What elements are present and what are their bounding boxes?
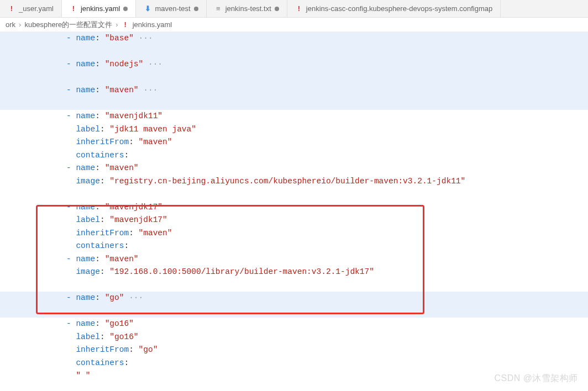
editor-tab[interactable]: ⬇maven-test	[136, 0, 206, 17]
code-line[interactable]	[0, 188, 588, 201]
code-line[interactable]: - name: "base" ···	[0, 32, 588, 45]
code-content: inheritFrom: "maven"	[66, 136, 172, 149]
code-line[interactable]: image: "registry.cn-beijing.aliyuncs.com…	[0, 175, 588, 188]
editor-tab[interactable]: ≡jenkins-test.txt	[207, 0, 287, 17]
code-content: - name: "maven" ···	[66, 84, 158, 97]
tab-label: jenkins-test.txt	[225, 4, 271, 13]
modified-indicator-icon	[275, 7, 279, 11]
breadcrumb-separator: ›	[19, 20, 21, 29]
code-line[interactable]: containers:	[0, 149, 588, 162]
code-content: inheritFrom: "maven"	[66, 227, 172, 240]
breadcrumb: ork › kubesphere的一些配置文件 › ! jenkins.yaml	[0, 18, 588, 32]
code-content: " "	[66, 369, 91, 383]
code-line[interactable]	[0, 71, 588, 84]
file-type-icon: ≡	[214, 5, 222, 13]
code-line[interactable]: inheritFrom: "maven"	[0, 136, 588, 149]
code-content: containers:	[66, 149, 129, 162]
code-content: - name: "go16"	[66, 318, 134, 331]
code-line[interactable]: - name: "maven"	[0, 253, 588, 266]
code-line[interactable]: containers:	[0, 240, 588, 253]
code-line[interactable]: - name: "go16"	[0, 318, 588, 331]
code-content: label: "mavenjdk17"	[66, 214, 167, 227]
breadcrumb-part: ork	[6, 20, 15, 29]
code-line[interactable]: label: "mavenjdk17"	[0, 214, 588, 227]
tab-label: _user.yaml	[19, 4, 54, 13]
code-line[interactable]: - name: "go" ···	[0, 292, 588, 305]
code-content: containers:	[66, 240, 129, 253]
yaml-file-icon: !	[122, 21, 129, 29]
code-line[interactable]: image: "192.168.0.100:5000/library/build…	[0, 266, 588, 279]
code-line[interactable]	[0, 279, 588, 292]
code-line[interactable]: - name: "maven"	[0, 162, 588, 175]
file-type-icon: !	[295, 5, 303, 13]
code-line[interactable]: label: "go16"	[0, 331, 588, 344]
file-type-icon: !	[70, 5, 77, 13]
code-content: - name: "mavenjdk17"	[66, 201, 162, 214]
breadcrumb-part: kubesphere的一些配置文件	[24, 20, 112, 30]
code-content: label: "jdk11 maven java"	[66, 123, 196, 136]
editor-tab[interactable]: !_user.yaml	[0, 0, 62, 17]
file-type-icon: !	[8, 5, 15, 13]
code-line[interactable]: label: "jdk11 maven java"	[0, 123, 588, 136]
modified-indicator-icon	[123, 7, 128, 11]
code-content: containers:	[66, 357, 129, 370]
code-content: image: "registry.cn-beijing.aliyuncs.com…	[66, 175, 465, 188]
code-content: - name: "mavenjdk11"	[66, 110, 162, 123]
code-line[interactable]: inheritFrom: "maven"	[0, 227, 588, 240]
code-line[interactable]: - name: "nodejs" ···	[0, 58, 588, 71]
breadcrumb-file: jenkins.yaml	[133, 20, 172, 29]
tab-label: jenkins.yaml	[81, 4, 120, 13]
editor-tabs: !_user.yaml!jenkins.yaml⬇maven-test≡jenk…	[0, 0, 588, 18]
code-line[interactable]: - name: "mavenjdk17"	[0, 201, 588, 214]
code-line[interactable]: inheritFrom: "go"	[0, 344, 588, 357]
code-line[interactable]	[0, 45, 588, 59]
file-type-icon: ⬇	[144, 5, 151, 13]
breadcrumb-separator: ›	[116, 20, 118, 29]
code-line[interactable]: containers:	[0, 357, 588, 370]
code-content: inheritFrom: "go"	[66, 344, 158, 357]
watermark: CSDN @沐雪架构师	[494, 373, 578, 384]
code-line[interactable]	[0, 97, 588, 110]
tab-label: maven-test	[155, 4, 190, 13]
modified-indicator-icon	[194, 7, 198, 11]
code-content: image: "192.168.0.100:5000/library/build…	[66, 266, 374, 279]
editor-tab[interactable]: !jenkins.yaml	[62, 0, 136, 17]
tab-label: jenkins-casc-config.kubesphere-devops-sy…	[306, 4, 492, 13]
code-line[interactable]: - name: "mavenjdk11"	[0, 110, 588, 123]
code-editor[interactable]: - name: "base" ···- name: "nodejs" ···- …	[0, 32, 588, 383]
code-content: label: "go16"	[66, 331, 139, 344]
code-line[interactable]	[0, 305, 588, 318]
code-content: - name: "nodejs" ···	[66, 58, 162, 71]
editor-tab[interactable]: !jenkins-casc-config.kubesphere-devops-s…	[287, 0, 501, 17]
code-content: - name: "maven"	[66, 253, 139, 266]
code-content: - name: "base" ···	[66, 32, 153, 45]
code-content: - name: "go" ···	[66, 292, 143, 305]
code-content: - name: "maven"	[66, 162, 139, 175]
code-line[interactable]: - name: "maven" ···	[0, 84, 588, 97]
